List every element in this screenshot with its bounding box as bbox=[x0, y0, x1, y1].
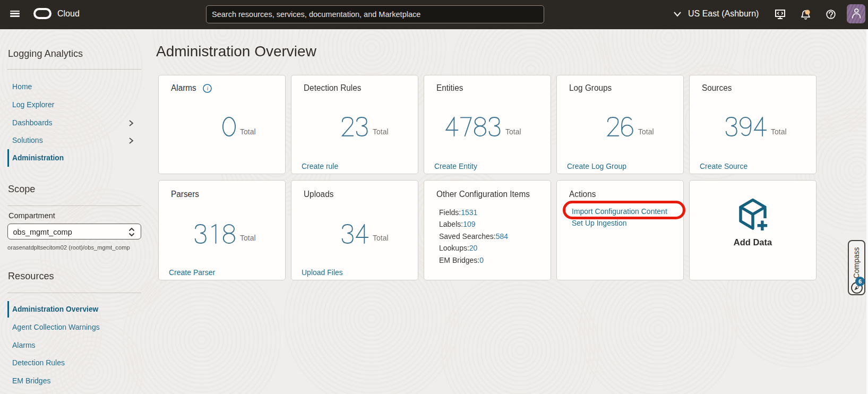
svg-text:i: i bbox=[207, 85, 209, 91]
